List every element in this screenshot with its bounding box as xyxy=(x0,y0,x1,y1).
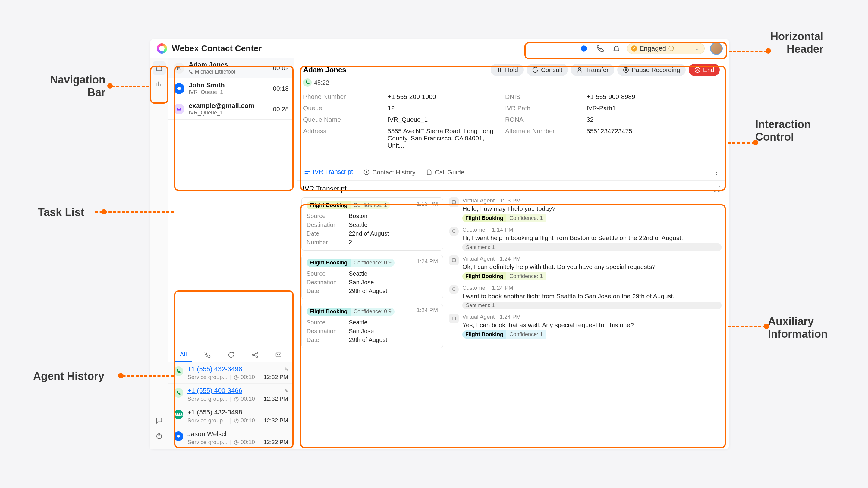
transcript-message: Virtual Agent1:13 PMHello, how may I hel… xyxy=(449,197,721,222)
bell-icon[interactable] xyxy=(611,43,622,54)
history-channel-icon: SMS xyxy=(174,410,183,419)
tab-call-guide[interactable]: Call Guide xyxy=(425,164,466,180)
task-item[interactable]: example@gmail.comIVR_Queue_100:28 xyxy=(168,99,293,119)
message-text: Hi, I want help in booking a flight from… xyxy=(462,234,721,241)
expand-icon[interactable]: ⛶ xyxy=(713,185,720,193)
nav-analytics[interactable] xyxy=(153,77,166,90)
nav-chat[interactable] xyxy=(153,414,166,427)
message-text: Ok, I can definitely help with that. Do … xyxy=(462,263,721,270)
auxiliary-information: IVR Transcript Contact History Call Guid… xyxy=(297,164,726,449)
task-item[interactable]: John SmithIVR_Queue_100:18 xyxy=(168,78,293,99)
transcript-cards: Flight BookingConfidence: 11:13 PMSource… xyxy=(301,197,443,444)
history-number[interactable]: +1 (555) 432-3498 xyxy=(187,365,242,373)
navigation-bar xyxy=(150,58,168,449)
history-number: +1 (555) 432-3498 xyxy=(187,409,242,416)
pause-recording-button[interactable]: Pause Recording xyxy=(617,64,686,76)
task-timer: 00:18 xyxy=(273,85,289,92)
task-name: example@gmail.com xyxy=(189,102,269,110)
transfer-button[interactable]: Transfer xyxy=(571,64,614,76)
history-tab-phone[interactable] xyxy=(198,348,216,362)
card-time: 1:13 PM xyxy=(416,201,438,207)
pencil-icon[interactable]: ✎ xyxy=(284,366,288,372)
svg-rect-18 xyxy=(453,201,456,204)
status-label: Engaged xyxy=(640,44,666,53)
intent-tag: Flight BookingConfidence: 1 xyxy=(307,201,390,209)
history-number: Jason Welsch xyxy=(187,430,229,438)
history-item[interactable]: +1 (555) 400-3466✎Service group...|◷ 00:… xyxy=(168,384,293,405)
intent-tag: Flight BookingConfidence: 1 xyxy=(462,272,721,281)
svg-rect-14 xyxy=(625,69,626,71)
card-time: 1:24 PM xyxy=(416,258,438,265)
interaction-details: Phone Number+1 555-200-1000 DNIS+1-555-9… xyxy=(297,90,726,155)
history-tab-email[interactable] xyxy=(270,348,287,362)
webex-logo-icon xyxy=(157,43,167,54)
tab-contact-history[interactable]: Contact History xyxy=(362,164,417,180)
task-item[interactable]: Adam JonesMichael Littlefoot00:02 xyxy=(168,58,293,78)
tab-ivr-transcript[interactable]: IVR Transcript xyxy=(303,164,354,181)
transcript-card: Flight BookingConfidence: 0.91:24 PMSour… xyxy=(301,255,443,299)
history-tab-chat[interactable] xyxy=(222,348,240,362)
intent-tag: Flight BookingConfidence: 1 xyxy=(462,214,721,222)
history-tab-all[interactable]: All xyxy=(174,348,192,362)
task-sub: IVR_Queue_1 xyxy=(189,110,269,116)
transcript-message: CCustomer1:14 PMHi, I want help in booki… xyxy=(449,227,721,251)
svg-rect-15 xyxy=(626,69,627,71)
bot-icon xyxy=(449,314,459,323)
task-timer: 00:02 xyxy=(273,64,289,72)
message-text: I want to book another flight from Seatt… xyxy=(462,293,721,300)
interaction-buttons: Hold Consult Transfer Pause Recording En… xyxy=(491,64,720,76)
phone-icon[interactable] xyxy=(595,43,606,54)
header-right: ✓ Engaged ⓘ ⌄ xyxy=(578,42,723,55)
svg-point-3 xyxy=(179,67,180,68)
history-number[interactable]: +1 (555) 400-3466 xyxy=(187,387,242,395)
main-column: Adam Jones Hold Consult Transfer Pause R… xyxy=(293,58,730,449)
nav-help[interactable] xyxy=(153,429,166,443)
history-item[interactable]: +1 (555) 432-3498✎Service group...|◷ 00:… xyxy=(168,362,293,384)
history-tabs: All xyxy=(168,346,293,362)
task-sub: Michael Littlefoot xyxy=(189,69,269,75)
history-item[interactable]: SMS+1 (555) 432-3498Service group...|◷ 0… xyxy=(168,405,293,427)
body-row: Adam JonesMichael Littlefoot00:02John Sm… xyxy=(150,58,730,449)
history-channel-icon xyxy=(174,431,183,441)
sentiment-tag: Sentiment: 1 xyxy=(462,301,721,310)
intent-tag: Flight BookingConfidence: 1 xyxy=(462,330,721,338)
svg-point-7 xyxy=(255,356,257,358)
left-column: Adam JonesMichael Littlefoot00:02John Sm… xyxy=(168,58,293,449)
status-dropdown[interactable]: ✓ Engaged ⓘ ⌄ xyxy=(627,43,705,54)
message-text: Yes, I can book that as well. Any specia… xyxy=(462,321,721,329)
status-check-icon: ✓ xyxy=(631,45,637,52)
intent-tag: Flight BookingConfidence: 0.9 xyxy=(307,307,395,316)
history-meta: Service group...|◷ 00:1012:32 PM xyxy=(187,417,288,424)
svg-point-6 xyxy=(252,354,254,356)
user-avatar[interactable] xyxy=(710,42,723,55)
history-tab-social[interactable] xyxy=(246,348,264,362)
task-list: Adam JonesMichael Littlefoot00:02John Sm… xyxy=(168,58,293,120)
consult-button[interactable]: Consult xyxy=(527,64,568,76)
call-active-icon xyxy=(303,78,312,87)
intent-tag: Flight BookingConfidence: 0.9 xyxy=(307,259,395,267)
svg-point-4 xyxy=(177,87,181,90)
bot-icon xyxy=(449,255,459,265)
history-channel-icon xyxy=(174,366,183,376)
task-name: Adam Jones xyxy=(189,61,269,69)
svg-rect-10 xyxy=(498,68,499,72)
task-timer: 00:28 xyxy=(273,105,289,113)
svg-point-12 xyxy=(578,67,581,70)
callout-header: Horizontal Header xyxy=(770,30,824,56)
panel-title: IVR Transcript⛶ xyxy=(297,181,726,197)
callout-history: Agent History xyxy=(33,370,104,383)
svg-point-5 xyxy=(255,352,257,354)
chevron-down-icon: ⌄ xyxy=(694,45,699,52)
task-channel-icon xyxy=(174,83,184,94)
app-frame: Webex Contact Center ✓ Engaged ⓘ ⌄ xyxy=(150,39,730,449)
webex-icon[interactable] xyxy=(578,43,589,54)
hold-button[interactable]: Hold xyxy=(491,64,524,76)
history-item[interactable]: Jason WelschService group...|◷ 00:1012:3… xyxy=(168,427,293,449)
end-button[interactable]: End xyxy=(689,64,720,76)
pencil-icon[interactable]: ✎ xyxy=(284,388,288,394)
more-icon[interactable]: ⋮ xyxy=(713,168,720,176)
nav-home[interactable] xyxy=(153,61,166,75)
svg-point-0 xyxy=(581,45,587,52)
task-channel-icon xyxy=(174,104,184,115)
app-title: Webex Contact Center xyxy=(172,44,261,53)
